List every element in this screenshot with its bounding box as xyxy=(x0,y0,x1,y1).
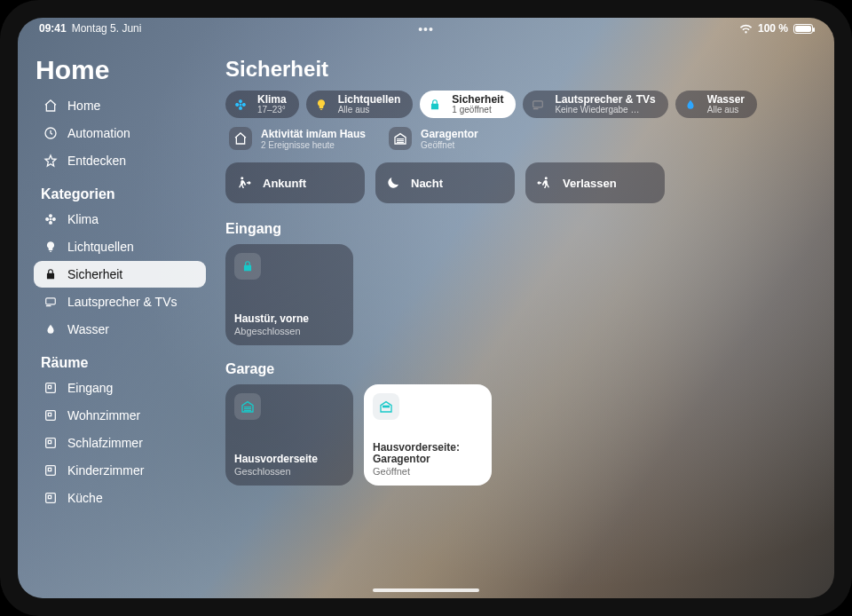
pill-wasser[interactable]: Wasser Alle aus xyxy=(675,91,757,118)
scene-nacht[interactable]: Nacht xyxy=(375,162,515,203)
garage-icon xyxy=(389,127,412,150)
status-subtitle: 2 Ereignisse heute xyxy=(261,140,366,150)
sidebar-nav-automation[interactable]: Automation xyxy=(34,120,206,146)
sidebar-item-label: Entdecken xyxy=(67,154,126,168)
battery-icon xyxy=(793,24,813,34)
wifi-icon xyxy=(739,24,753,34)
sidebar-item-label: Home xyxy=(67,99,100,113)
bulb-icon xyxy=(312,95,331,115)
sidebar-nav-entdecken[interactable]: Entdecken xyxy=(34,147,206,174)
tile-hausvorderseite[interactable]: Hausvorderseite Geschlossen xyxy=(225,384,353,486)
room-icon xyxy=(43,380,59,396)
scene-label: Verlassen xyxy=(563,177,617,190)
group-header-garage: Garage xyxy=(225,361,811,377)
tile-haust-r-vorne[interactable]: Haustür, vorne Abgeschlossen xyxy=(225,244,353,345)
pill-lichtquellen[interactable]: Lichtquellen Alle aus xyxy=(306,91,414,118)
tile-title: Hausvorderseite xyxy=(234,454,344,466)
status-garage[interactable]: Garagentor Geöffnet xyxy=(389,127,478,150)
moon-icon xyxy=(386,176,400,190)
page-title: Sicherheit xyxy=(225,57,811,82)
sidebar-category-klima[interactable]: Klima xyxy=(34,206,206,233)
tv-icon xyxy=(43,294,59,310)
svg-point-18 xyxy=(545,177,548,179)
fan-icon xyxy=(43,211,59,227)
clock-icon xyxy=(43,125,59,141)
pill-title: Sicherheit xyxy=(452,94,503,106)
svg-rect-2 xyxy=(46,298,56,304)
lock-icon xyxy=(234,253,261,280)
home-indicator[interactable] xyxy=(373,588,479,592)
garage-open-icon xyxy=(373,393,399,420)
drop-icon xyxy=(681,95,700,115)
pill-subtitle: 1 geöffnet xyxy=(452,106,503,115)
battery-text: 100 % xyxy=(758,22,788,35)
scene-verlassen[interactable]: Verlassen xyxy=(525,162,665,203)
pill-sicherheit[interactable]: Sicherheit 1 geöffnet xyxy=(420,91,516,118)
sidebar-item-label: Schlafzimmer xyxy=(67,436,143,450)
sidebar-category-wasser[interactable]: Wasser xyxy=(34,316,206,343)
group-header-eingang: Eingang xyxy=(225,221,811,237)
category-pill-row: Klima 17–23° Lichtquellen Alle aus Siche… xyxy=(225,91,811,118)
tv-icon xyxy=(528,95,548,115)
lock-icon xyxy=(43,266,59,282)
pill-subtitle: Keine Wiedergabe … xyxy=(555,106,655,115)
bulb-icon xyxy=(43,239,59,255)
svg-rect-15 xyxy=(533,100,543,107)
sidebar-category-lichtquellen[interactable]: Lichtquellen xyxy=(34,233,206,260)
room-icon xyxy=(43,490,59,506)
arrive-icon xyxy=(236,175,252,191)
sidebar-nav-home[interactable]: Home xyxy=(34,92,206,119)
status-house[interactable]: Aktivität im/am Haus 2 Ereignisse heute xyxy=(229,127,366,150)
sidebar-room-wohnzimmer[interactable]: Wohnzimmer xyxy=(34,402,206,429)
status-title: Garagentor xyxy=(421,128,478,140)
svg-rect-13 xyxy=(48,495,51,498)
svg-rect-16 xyxy=(533,108,539,109)
svg-rect-9 xyxy=(48,440,51,443)
lock-icon xyxy=(425,95,445,115)
svg-point-14 xyxy=(240,103,241,105)
status-title: Aktivität im/am Haus xyxy=(261,128,366,140)
scene-row: Ankunft Nacht Verlassen xyxy=(225,162,811,203)
sidebar-item-label: Wasser xyxy=(67,322,109,336)
star-icon xyxy=(43,153,59,169)
drop-icon xyxy=(43,321,59,337)
pill-subtitle: Alle aus xyxy=(707,106,745,115)
tile-row: Haustür, vorne Abgeschlossen xyxy=(225,244,811,345)
clock: 09:41 xyxy=(39,22,67,35)
sidebar-section-rooms: Räume xyxy=(41,355,206,371)
svg-rect-5 xyxy=(48,385,51,388)
svg-rect-7 xyxy=(48,413,51,415)
tile-hausvorderseite-garagentor[interactable]: Hausvorderseite: Garagentor Geöffnet xyxy=(364,384,492,486)
sidebar-room-kinderzimmer[interactable]: Kinderzimmer xyxy=(34,457,206,484)
svg-rect-11 xyxy=(48,468,51,470)
sidebar-item-label: Küche xyxy=(67,491,103,505)
tile-title: Hausvorderseite: Garagentor xyxy=(373,442,483,467)
pill-title: Wasser xyxy=(707,94,745,106)
sidebar-room-küche[interactable]: Küche xyxy=(34,485,206,511)
sidebar: Home Home Automation Entdecken Kategorie… xyxy=(18,18,217,598)
date: Montag 5. Juni xyxy=(72,22,142,35)
sidebar-item-label: Lichtquellen xyxy=(67,240,134,254)
tile-row: Hausvorderseite Geschlossen Hausvorderse… xyxy=(225,384,811,486)
house-icon xyxy=(43,98,59,114)
leave-icon xyxy=(536,175,552,191)
sidebar-room-eingang[interactable]: Eingang xyxy=(34,375,206,401)
room-icon xyxy=(43,407,59,423)
scene-ankunft[interactable]: Ankunft xyxy=(225,162,365,203)
svg-point-17 xyxy=(241,177,243,179)
status-bar: 09:41 Montag 5. Juni 100 % xyxy=(18,18,834,39)
sidebar-item-label: Sicherheit xyxy=(67,267,122,281)
pill-title: Lautsprecher & TVs xyxy=(555,94,655,106)
pill-klima[interactable]: Klima 17–23° xyxy=(225,91,299,118)
svg-rect-3 xyxy=(46,305,51,306)
main: Sicherheit Klima 17–23° Lichtquellen All… xyxy=(217,18,834,598)
sidebar-category-lautsprecher & tvs[interactable]: Lautsprecher & TVs xyxy=(34,288,206,315)
svg-point-1 xyxy=(50,218,51,220)
garage-icon xyxy=(234,393,261,420)
pill-subtitle: Alle aus xyxy=(338,106,401,115)
sidebar-category-sicherheit[interactable]: Sicherheit xyxy=(34,261,206,288)
pill-lautsprecher & tvs[interactable]: Lautsprecher & TVs Keine Wiedergabe … xyxy=(523,91,667,118)
fan-icon xyxy=(231,95,250,115)
sidebar-room-schlafzimmer[interactable]: Schlafzimmer xyxy=(34,430,206,456)
sidebar-item-label: Kinderzimmer xyxy=(67,463,144,478)
